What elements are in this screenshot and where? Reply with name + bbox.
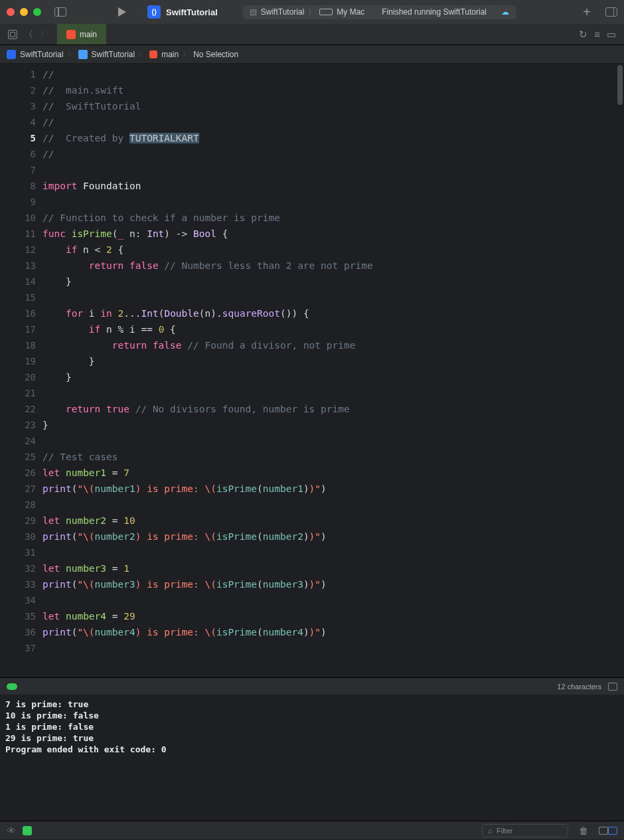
close-button[interactable] <box>7 8 15 16</box>
navigation-controls: 〈 〉 <box>0 29 57 41</box>
app-icon: ⟨⟩ <box>147 5 161 19</box>
tabbar: 〈 〉 main ↻ ≡ ▭ <box>0 24 624 45</box>
toggle-navigator-icon[interactable] <box>54 7 66 17</box>
selection-info: 12 characters <box>557 683 601 691</box>
path-project[interactable]: SwiftTutorial <box>20 50 64 59</box>
console-toolbar: 👁 ⌕ Filter 🗑 <box>0 821 624 839</box>
path-selection[interactable]: No Selection <box>193 50 238 59</box>
run-button[interactable] <box>118 7 126 17</box>
line-gutter[interactable]: 1234567891011121314151617181920212223242… <box>0 64 42 677</box>
quicklook-icon[interactable]: 👁 <box>7 825 16 836</box>
filter-icon: ⌕ <box>488 826 493 835</box>
swift-file-icon <box>66 30 76 39</box>
related-items-icon[interactable] <box>8 30 17 39</box>
add-editor-button[interactable]: + <box>583 5 591 20</box>
maximize-button[interactable] <box>33 8 41 16</box>
activity-indicator[interactable] <box>7 683 17 690</box>
device-icon <box>319 9 333 15</box>
project-name[interactable]: SwiftTutorial <box>166 7 218 17</box>
jump-bar[interactable]: SwiftTutorial 〉 SwiftTutorial 〉 main 〉 N… <box>0 45 624 64</box>
toggle-variables-icon[interactable] <box>608 683 617 691</box>
refresh-icon[interactable]: ↻ <box>579 29 587 41</box>
window-controls <box>7 8 41 16</box>
back-button[interactable]: 〈 <box>24 29 33 41</box>
right-pane-toggle[interactable] <box>608 827 617 835</box>
project-icon <box>7 50 16 59</box>
filter-placeholder: Filter <box>497 827 512 835</box>
minimap-icon[interactable]: ≡ <box>594 29 600 41</box>
chevron-right-icon: 〉 <box>183 50 189 59</box>
scheme-name: SwiftTutorial <box>261 7 305 17</box>
path-group[interactable]: SwiftTutorial <box>92 50 135 59</box>
path-file[interactable]: main <box>161 50 179 59</box>
chevron-right-icon: 〉 <box>308 7 315 17</box>
scheme-selector[interactable]: ▤ SwiftTutorial 〉 My Mac Finished runnin… <box>243 5 516 19</box>
minimize-button[interactable] <box>20 8 28 16</box>
console-pane-toggle <box>599 827 617 835</box>
clear-console-button[interactable]: 🗑 <box>579 825 588 836</box>
scheme-icon: ▤ <box>250 7 257 17</box>
adjust-editor-icon[interactable]: ▭ <box>607 29 616 41</box>
chevron-right-icon: 〉 <box>68 50 74 59</box>
debug-bar: 12 characters <box>0 677 624 695</box>
cloud-icon[interactable]: ☁︎ <box>501 7 509 17</box>
device-name: My Mac <box>337 7 364 17</box>
console-output[interactable]: 7 is prime: true 10 is prime: false 1 is… <box>0 695 624 821</box>
code-area[interactable]: //// main.swift// SwiftTutorial//// Crea… <box>42 64 624 677</box>
chevron-right-icon: 〉 <box>139 50 145 59</box>
folder-icon <box>78 50 88 59</box>
swift-file-icon <box>149 50 157 58</box>
left-pane-toggle[interactable] <box>599 827 608 835</box>
console-filter[interactable]: ⌕ Filter <box>482 824 568 837</box>
build-status: Finished running SwiftTutorial <box>382 7 487 17</box>
editor-tab-main[interactable]: main <box>57 24 106 44</box>
code-editor[interactable]: 1234567891011121314151617181920212223242… <box>0 64 624 677</box>
forward-button[interactable]: 〉 <box>40 29 49 41</box>
titlebar: ⟨⟩ SwiftTutorial ▤ SwiftTutorial 〉 My Ma… <box>0 0 624 24</box>
auto-icon[interactable] <box>23 826 32 835</box>
scrollbar[interactable] <box>617 65 623 105</box>
tab-label: main <box>80 30 97 39</box>
toggle-inspector-icon[interactable] <box>605 7 617 17</box>
